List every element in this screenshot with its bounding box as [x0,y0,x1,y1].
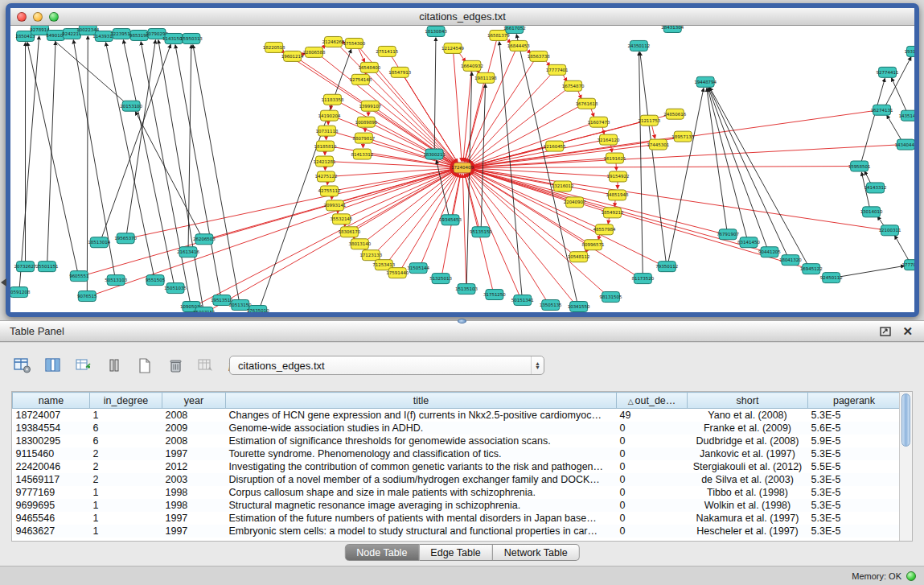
graph-node[interactable]: 31505144 [407,263,429,274]
graph-node[interactable]: 15051035 [164,283,187,294]
column-header[interactable]: △out_de… [617,393,688,409]
graph-node[interactable]: 79350112 [655,262,678,272]
graph-node[interactable]: 18306170 [338,227,360,237]
graph-node[interactable]: 24850616 [663,109,686,119]
graph-node[interactable]: 16640932 [461,60,483,71]
graph-node[interactable]: 18957133 [671,131,694,142]
graph-node[interactable]: 88079817 [352,133,375,143]
graph-node[interactable]: 16274131 [871,105,893,115]
column-header[interactable]: year [162,393,226,409]
graph-node[interactable]: 18513014 [88,237,110,248]
graph-node[interactable]: 18041320 [779,255,802,266]
new-column-icon[interactable] [72,355,95,376]
memory-status-indicator[interactable] [906,571,916,581]
column-header[interactable]: title [226,393,617,409]
graph-node[interactable]: 18547913 [388,67,411,77]
window-titlebar[interactable]: citations_edges.txt [10,8,914,26]
graph-node[interactable]: 95135150 [470,227,492,237]
graph-node[interactable]: 12421281 [314,156,336,167]
graph-node[interactable]: 28431304 [661,26,684,32]
graph-node[interactable]: 35532145 [331,214,353,225]
float-panel-icon[interactable] [880,327,891,336]
graph-node[interactable]: 17123133 [359,250,382,261]
show-columns-icon[interactable] [42,355,64,376]
graph-node[interactable]: 15958501 [848,161,871,171]
graph-node[interactable]: 38013140 [348,239,371,249]
column-header[interactable]: pagerank [808,393,901,409]
graph-node[interactable]: 21246268 [322,36,345,47]
column-header[interactable]: short [688,393,808,409]
graph-node[interactable]: 25003151 [193,307,216,312]
graph-node[interactable]: 16548400 [358,62,380,72]
graph-node[interactable]: 14143312 [864,183,887,193]
graph-node[interactable]: 24350112 [627,40,650,51]
graph-node[interactable]: 12160455 [544,141,566,151]
graph-node[interactable]: 76791907 [717,229,739,240]
graph-node[interactable]: 17240409 [451,163,474,173]
tab-edge-table[interactable]: Edge Table [419,544,492,561]
graph-node[interactable]: 81173520 [631,274,654,284]
table-row[interactable]: 1830029562008Estimation of significance … [13,435,901,447]
collapse-arrow-icon[interactable] [1,278,6,286]
graph-node[interactable]: 83141450 [737,237,760,248]
close-panel-icon[interactable]: ✕ [902,325,913,337]
table-mode-icon[interactable] [11,355,34,376]
table-row[interactable]: 1938455462009Genome-wide association stu… [13,422,901,435]
graph-node[interactable]: 10731118 [316,126,339,136]
graph-node[interactable]: 14190204 [318,110,341,121]
graph-node[interactable]: 81413312 [351,149,373,159]
table-row[interactable]: 1456911722003Disruption of a novel membe… [13,473,901,486]
tab-node-table[interactable]: Node Table [344,544,419,561]
graph-node[interactable]: 16761618 [576,98,598,109]
graph-node[interactable]: 11183358 [322,94,344,105]
graph-node[interactable]: 92450112 [820,273,843,283]
graph-node[interactable]: 22806588 [303,47,326,57]
graph-node[interactable]: 19601214 [281,51,304,61]
graph-node[interactable]: 21613416 [177,247,199,257]
graph-node[interactable]: 16617052 [503,26,526,33]
table-row[interactable]: 2242004622012Investigating the contribut… [13,460,901,473]
table-row[interactable]: 977716911998Corpus callosum shape and si… [13,486,901,499]
graph-node[interactable]: 50513103 [105,275,127,286]
graph-node[interactable]: 18185810 [314,141,337,151]
graph-node[interactable]: 20732627 [14,262,37,272]
graph-node[interactable]: 10089890 [355,117,377,127]
graph-node[interactable]: 10591208 [10,287,31,298]
graph-node[interactable]: 98131505 [600,292,622,303]
graph-node[interactable]: 9551505 [146,275,165,286]
graph-node[interactable]: 50151341 [511,295,534,306]
vertical-scrollbar[interactable] [899,392,912,541]
graph-node[interactable]: 14851948 [606,190,629,200]
graph-node[interactable]: 26206503 [193,234,216,245]
graph-node[interactable]: 9605551 [69,271,88,282]
table-row[interactable]: 911546021997Tourette syndrome. Phenomeno… [13,447,901,460]
graph-node[interactable]: 16754870 [562,80,585,91]
graph-node[interactable]: 16191621 [604,153,626,163]
tab-network-table[interactable]: Network Table [493,544,580,561]
graph-node[interactable]: 42755112 [318,186,341,196]
new-file-icon[interactable] [133,355,156,376]
graph-node[interactable]: 20993141 [324,200,347,211]
graph-node[interactable]: 27514115 [376,46,398,56]
column-header[interactable]: in_degree [90,393,162,409]
graph-node[interactable]: 12754148 [349,74,372,84]
graph-node[interactable]: 25501151 [36,262,59,272]
delete-icon[interactable] [164,355,187,376]
graph-node[interactable]: 13014010 [860,207,883,217]
table-row[interactable]: 1872400712008Changes of HCN gene express… [13,409,901,422]
graph-node[interactable]: 19448794 [694,76,717,87]
graph-node[interactable]: 17591440 [386,268,409,278]
graph-node[interactable]: 18563738 [528,51,550,61]
graph-node[interactable]: 19565370 [114,233,137,244]
graph-node[interactable]: 15135103 [455,284,478,295]
table-row[interactable]: 946554611997Estimation of the future num… [13,512,901,525]
import-table-icon[interactable] [195,355,217,376]
graph-node[interactable]: 90441205 [758,247,781,257]
graph-node[interactable]: 17777401 [546,64,569,75]
graph-node[interactable]: 80996571 [582,240,605,250]
graph-node[interactable]: 31751250 [483,290,506,300]
graph-node[interactable]: 10341550 [568,302,590,312]
graph-node[interactable]: 22040907 [564,197,586,208]
graph-node[interactable]: 17770413 [902,260,914,270]
graph-node[interactable]: 19313510 [904,46,914,56]
